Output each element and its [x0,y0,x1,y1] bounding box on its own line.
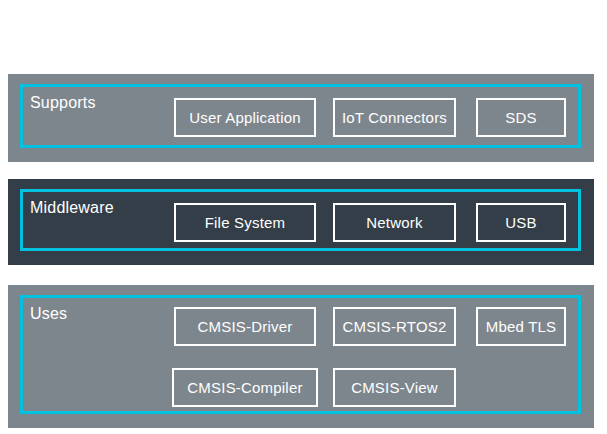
box-cmsis-view-label: CMSIS-View [351,379,438,396]
box-mbed-tls: Mbed TLS [476,307,566,346]
box-cmsis-view: CMSIS-View [333,368,456,407]
band-uses-label: Uses [30,305,67,323]
box-cmsis-driver-label: CMSIS-Driver [198,318,293,335]
band-supports: Supports User Application IoT Connectors… [8,74,594,162]
box-usb-label: USB [505,214,536,231]
band-middleware-label: Middleware [30,199,114,217]
box-file-system: File System [174,203,316,242]
box-cmsis-driver: CMSIS-Driver [174,307,316,346]
box-user-application: User Application [174,98,316,137]
box-usb: USB [476,203,566,242]
diagram-canvas: Supports User Application IoT Connectors… [0,0,607,434]
box-network-label: Network [366,214,422,231]
box-file-system-label: File System [205,214,286,231]
band-middleware: Middleware File System Network USB [8,179,594,265]
band-uses: Uses CMSIS-Driver CMSIS-RTOS2 Mbed TLS C… [8,285,594,428]
box-cmsis-compiler-label: CMSIS-Compiler [187,379,302,396]
box-network: Network [333,203,456,242]
box-mbed-tls-label: Mbed TLS [486,318,557,335]
box-iot-connectors-label: IoT Connectors [342,109,447,126]
box-cmsis-rtos2: CMSIS-RTOS2 [333,307,456,346]
box-cmsis-rtos2-label: CMSIS-RTOS2 [342,318,446,335]
box-sds-label: SDS [505,109,536,126]
box-sds: SDS [476,98,566,137]
box-user-application-label: User Application [189,109,301,126]
box-iot-connectors: IoT Connectors [333,98,456,137]
band-supports-label: Supports [30,94,96,112]
box-cmsis-compiler: CMSIS-Compiler [172,368,318,407]
